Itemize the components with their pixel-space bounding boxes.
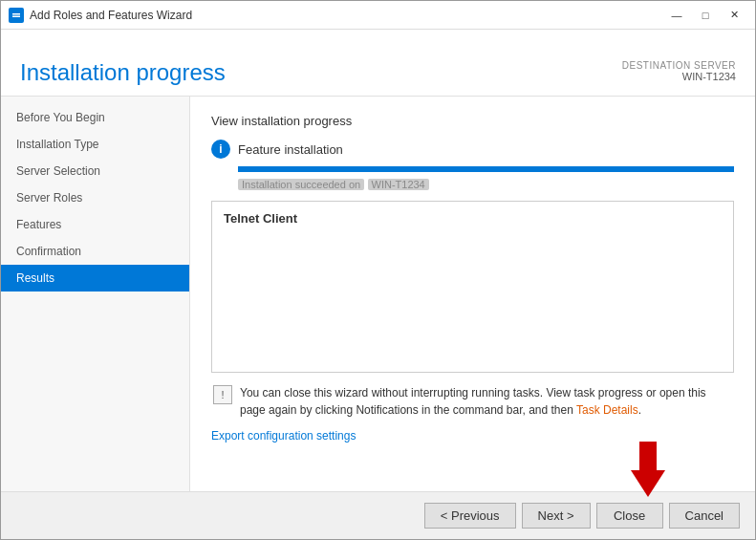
progress-bar-container: [238, 166, 734, 172]
arrow-head: [631, 470, 665, 497]
svg-rect-1: [12, 13, 20, 15]
sidebar: Before You Begin Installation Type Serve…: [1, 97, 190, 491]
cancel-button[interactable]: Cancel: [669, 503, 740, 529]
title-bar: Add Roles and Features Wizard — □ ✕: [1, 1, 755, 30]
result-box: Telnet Client: [211, 201, 734, 373]
svg-rect-0: [11, 11, 21, 20]
note-icon: !: [213, 385, 232, 404]
feature-install-label: Feature installation: [238, 142, 343, 157]
previous-button[interactable]: < Previous: [424, 503, 516, 529]
content-area: View installation progress i Feature ins…: [190, 97, 755, 491]
result-box-title: Telnet Client: [224, 211, 722, 226]
view-progress-label: View installation progress: [211, 114, 734, 128]
install-succeeded: Installation succeeded on WIN-T1234: [238, 178, 734, 191]
install-succeeded-text: Installation succeeded on: [238, 179, 364, 190]
sidebar-item-results[interactable]: Results: [1, 265, 189, 292]
sidebar-item-confirmation[interactable]: Confirmation: [1, 238, 189, 265]
install-succeeded-server: WIN-T1234: [368, 179, 429, 190]
close-button[interactable]: Close: [596, 503, 663, 529]
page-title: Installation progress: [20, 59, 226, 86]
destination-server-label: DESTINATION SERVER: [622, 60, 736, 71]
sidebar-item-before-you-begin[interactable]: Before You Begin: [1, 104, 189, 131]
destination-server-name: WIN-T1234: [622, 71, 736, 82]
note-text: You can close this wizard without interr…: [240, 384, 732, 419]
task-details-highlight: Task Details: [576, 403, 638, 417]
sidebar-item-features[interactable]: Features: [1, 211, 189, 238]
arrow-shaft: [639, 442, 657, 470]
export-link[interactable]: Export configuration settings: [211, 429, 356, 443]
sidebar-item-server-roles[interactable]: Server Roles: [1, 184, 189, 211]
maximize-button[interactable]: □: [692, 6, 719, 25]
header: Installation progress DESTINATION SERVER…: [1, 30, 755, 97]
close-window-button[interactable]: ✕: [721, 6, 747, 25]
app-icon: [9, 8, 24, 23]
feature-install-row: i Feature installation: [211, 140, 734, 159]
sidebar-item-server-selection[interactable]: Server Selection: [1, 158, 189, 184]
next-button[interactable]: Next >: [522, 503, 591, 529]
svg-rect-2: [12, 15, 20, 17]
wizard-window: Add Roles and Features Wizard — □ ✕ Inst…: [0, 0, 756, 540]
destination-server: DESTINATION SERVER WIN-T1234: [622, 60, 736, 86]
footer: < Previous Next > Close Cancel: [1, 491, 755, 539]
info-note: ! You can close this wizard without inte…: [211, 384, 734, 419]
arrow-pointer: [631, 442, 665, 497]
minimize-button[interactable]: —: [663, 6, 690, 25]
sidebar-item-installation-type[interactable]: Installation Type: [1, 131, 189, 158]
window-controls: — □ ✕: [663, 6, 747, 25]
info-icon: i: [211, 140, 230, 159]
window-title: Add Roles and Features Wizard: [30, 9, 663, 22]
body-area: Before You Begin Installation Type Serve…: [1, 97, 755, 491]
progress-bar-fill: [238, 166, 734, 172]
